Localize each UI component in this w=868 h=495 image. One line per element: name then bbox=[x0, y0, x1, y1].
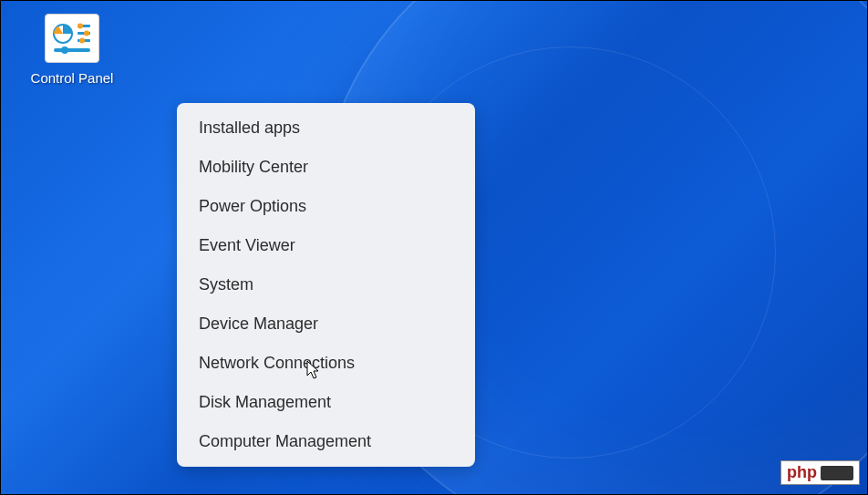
menu-item-event-viewer[interactable]: Event Viewer bbox=[177, 226, 475, 265]
menu-item-network-connections[interactable]: Network Connections bbox=[177, 344, 475, 383]
menu-item-computer-management[interactable]: Computer Management bbox=[177, 422, 475, 461]
menu-item-disk-management[interactable]: Disk Management bbox=[177, 383, 475, 422]
svg-point-2 bbox=[78, 24, 83, 29]
menu-item-installed-apps[interactable]: Installed apps bbox=[177, 108, 475, 148]
menu-item-power-options[interactable]: Power Options bbox=[177, 187, 475, 226]
watermark-badge: php bbox=[780, 460, 860, 485]
control-panel-desktop-icon[interactable]: Control Panel bbox=[34, 14, 110, 86]
svg-rect-7 bbox=[54, 48, 90, 52]
menu-item-mobility-center[interactable]: Mobility Center bbox=[177, 148, 475, 187]
menu-item-device-manager[interactable]: Device Manager bbox=[177, 304, 475, 344]
watermark-text: php bbox=[787, 463, 817, 482]
desktop-background[interactable]: Control Panel Installed apps Mobility Ce… bbox=[1, 1, 867, 494]
watermark-box bbox=[821, 466, 853, 480]
svg-point-8 bbox=[61, 46, 68, 54]
winx-context-menu: Installed apps Mobility Center Power Opt… bbox=[177, 103, 475, 467]
svg-point-6 bbox=[79, 38, 85, 44]
control-panel-label: Control Panel bbox=[31, 70, 114, 86]
menu-item-system[interactable]: System bbox=[177, 265, 475, 304]
svg-point-4 bbox=[84, 31, 89, 36]
control-panel-icon bbox=[45, 14, 99, 63]
